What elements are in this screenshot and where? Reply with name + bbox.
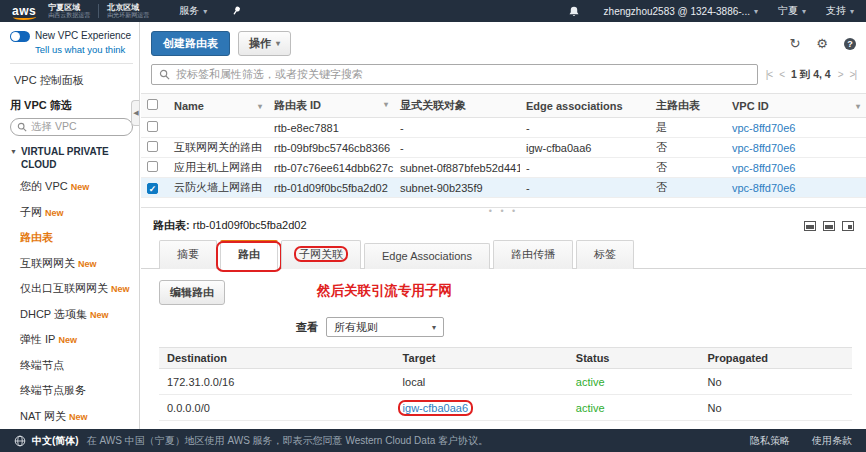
- table-row[interactable]: ✓云防火墙上网路由rtb-01d09f0bc5fba2d02subnet-90b…: [141, 178, 866, 198]
- row-checkbox[interactable]: [147, 161, 158, 172]
- first-page-button[interactable]: |<: [766, 69, 772, 80]
- tab-Edge Associations[interactable]: Edge Associations: [364, 243, 490, 269]
- next-page-button[interactable]: >: [838, 69, 843, 80]
- main-content: 创建路由表 操作 ▾ ↻ ⚙ ? 按标签和属性筛选，或者按关键字搜索 |< < …: [141, 22, 866, 429]
- account-menu[interactable]: zhengzhou2583 @ 1324-3886-... ▾: [604, 6, 758, 17]
- main-table-cell: 否: [650, 178, 726, 198]
- target-link[interactable]: igw-cfba0aa6: [403, 402, 468, 414]
- help-icon[interactable]: ?: [844, 38, 856, 50]
- sort-caret-icon[interactable]: ▾: [258, 102, 262, 111]
- row-checkbox[interactable]: [147, 141, 158, 152]
- prev-page-button[interactable]: <: [779, 69, 784, 80]
- explicit-association-cell: -: [394, 138, 520, 158]
- new-badge: New: [45, 208, 64, 218]
- vpc-id-link[interactable]: vpc-8ffd70e6: [732, 142, 795, 154]
- footer-link[interactable]: 使用条款: [812, 434, 852, 448]
- new-vpc-experience-title: New VPC Experience: [35, 30, 131, 42]
- split-pane-handle[interactable]: • • •: [141, 207, 866, 216]
- route-row: 0.0.0.0/0igw-cfba0aa6activeNo: [159, 395, 852, 421]
- name-cell: 互联网网关的路由: [168, 138, 268, 158]
- chevron-down-icon: ▾: [802, 7, 806, 16]
- actions-button-label: 操作: [249, 36, 271, 51]
- route-tables-table: Name▾路由表 ID▾显式关联对象Edge associations主路由表V…: [141, 93, 866, 198]
- tab-摘要[interactable]: 摘要: [159, 240, 217, 269]
- row-checkbox[interactable]: [147, 121, 158, 132]
- column-header[interactable]: 路由表 ID▾: [268, 94, 394, 118]
- vpc-filter-input[interactable]: 选择 VPC: [10, 118, 133, 136]
- tab-label: 子网关联: [299, 248, 343, 260]
- chevron-down-icon: ▾: [850, 7, 854, 16]
- edit-routes-button[interactable]: 编辑路由: [159, 280, 225, 305]
- route-table-id-cell: rtb-e8ec7881: [268, 118, 394, 138]
- column-header[interactable]: VPC ID▾: [726, 94, 866, 118]
- pane-layout-bottom-icon[interactable]: [804, 221, 816, 231]
- sidebar-item[interactable]: 路由表: [20, 229, 133, 246]
- services-menu-label: 服务: [179, 4, 199, 18]
- detail-title-label: 路由表:: [153, 219, 190, 231]
- table-row[interactable]: 互联网网关的路由rtb-09bf9bc5746cb8366-igw-cfba0a…: [141, 138, 866, 158]
- sidebar-collapse-handle[interactable]: ◀: [131, 100, 140, 126]
- column-header[interactable]: 显式关联对象: [394, 94, 520, 118]
- aws-logo[interactable]: aws: [12, 4, 36, 18]
- sort-caret-icon[interactable]: ▾: [856, 102, 860, 111]
- pin-icon[interactable]: [231, 5, 242, 17]
- detail-header: 路由表: rtb-01d09f0bc5fba2d02: [141, 216, 866, 233]
- settings-gear-icon[interactable]: ⚙: [816, 37, 828, 50]
- sidebar-item[interactable]: DHCP 选项集New: [20, 306, 133, 323]
- new-vpc-experience-toggle[interactable]: [10, 31, 30, 42]
- sidebar-item[interactable]: 子网New: [20, 204, 133, 221]
- sidebar-section-header[interactable]: ▼VIRTUAL PRIVATE CLOUD: [10, 146, 133, 171]
- vpc-id-cell: vpc-8ffd70e6: [726, 178, 866, 198]
- sidebar-item[interactable]: 您的 VPCNew: [20, 178, 133, 195]
- feedback-link[interactable]: Tell us what you think: [35, 44, 133, 55]
- column-header[interactable]: Edge associations: [520, 94, 650, 118]
- pane-layout-split-icon[interactable]: [823, 221, 835, 231]
- table-row[interactable]: 应用主机上网路由rtb-07c76ee614dbb627csubnet-0f88…: [141, 158, 866, 178]
- tab-路由传播[interactable]: 路由传播: [493, 240, 573, 269]
- footer-link[interactable]: 隐私策略: [750, 434, 790, 448]
- sidebar-item[interactable]: 弹性 IPNew: [20, 331, 133, 348]
- sidebar-item[interactable]: NAT 网关New: [20, 408, 133, 425]
- tab-子网关联[interactable]: 子网关联: [281, 240, 361, 269]
- support-menu[interactable]: 支持 ▾: [826, 4, 854, 18]
- new-badge: New: [69, 412, 88, 422]
- sidebar-item-vpc-dashboard[interactable]: VPC 控制面板: [14, 73, 133, 88]
- route-table-id-cell: rtb-09bf9bc5746cb8366: [268, 138, 394, 158]
- new-badge: New: [90, 310, 109, 320]
- last-page-button[interactable]: >|: [850, 69, 856, 80]
- vpc-id-link[interactable]: vpc-8ffd70e6: [732, 182, 795, 194]
- column-header[interactable]: 主路由表: [650, 94, 726, 118]
- sort-caret-icon[interactable]: ▾: [384, 100, 388, 109]
- toolbar: 创建路由表 操作 ▾ ↻ ⚙ ?: [141, 22, 866, 56]
- table-row[interactable]: rtb-e8ec7881--是vpc-8ffd70e6: [141, 118, 866, 138]
- create-route-table-button[interactable]: 创建路由表: [151, 31, 230, 56]
- tab-标签[interactable]: 标签: [576, 240, 634, 269]
- region-menu[interactable]: 宁夏 ▾: [778, 4, 806, 18]
- globe-icon: [14, 435, 26, 447]
- row-checkbox[interactable]: ✓: [147, 183, 158, 194]
- refresh-icon[interactable]: ↻: [789, 37, 800, 50]
- detail-tabs: 摘要路由子网关联Edge Associations路由传播标签: [159, 240, 866, 269]
- notifications-bell-icon[interactable]: [568, 5, 580, 18]
- vpc-id-link[interactable]: vpc-8ffd70e6: [732, 162, 795, 174]
- routes-column-header: Target: [395, 348, 568, 369]
- region-ningxia[interactable]: 宁夏区域 由西云数据运营: [48, 4, 90, 19]
- language-selector[interactable]: 中文(简体): [32, 434, 79, 448]
- name-cell: 应用主机上网路由: [168, 158, 268, 178]
- select-all-checkbox[interactable]: [147, 99, 158, 110]
- services-menu[interactable]: 服务 ▾: [179, 4, 207, 18]
- sidebar-item[interactable]: 互联网网关New: [20, 255, 133, 272]
- tab-路由[interactable]: 路由: [220, 240, 278, 270]
- region-beijing[interactable]: 北京区域 由光环新网运营: [107, 4, 149, 19]
- column-header[interactable]: Name▾: [168, 94, 268, 118]
- view-rules-select[interactable]: 所有规则 ▾: [326, 317, 444, 337]
- pane-layout-right-icon[interactable]: [842, 221, 854, 231]
- filter-search-input[interactable]: 按标签和属性筛选，或者按关键字搜索: [151, 64, 758, 85]
- sidebar-item[interactable]: 终端节点服务: [20, 382, 133, 399]
- vpc-id-link[interactable]: vpc-8ffd70e6: [732, 122, 795, 134]
- sidebar-item[interactable]: 仅出口互联网网关New: [20, 280, 133, 297]
- sidebar-item[interactable]: 终端节点: [20, 357, 133, 374]
- edge-association-cell: -: [520, 118, 650, 138]
- footer: 中文(简体) 在 AWS 中国（宁夏）地区使用 AWS 服务，即表示您同意 We…: [0, 429, 866, 452]
- actions-button[interactable]: 操作 ▾: [238, 31, 291, 56]
